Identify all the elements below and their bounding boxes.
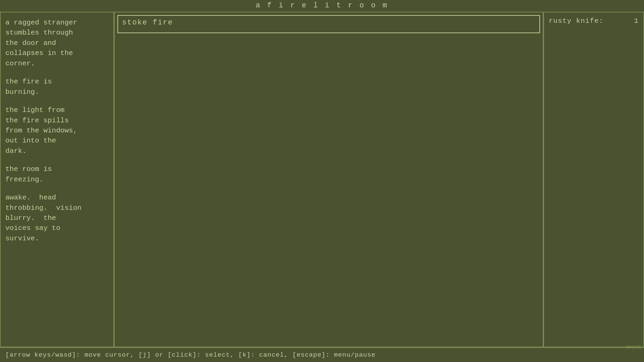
main-content: a ragged stranger stumbles through the d… [0,12,644,347]
inventory-panel: rusty knife: 1 [543,12,644,347]
item-count: 1 [634,17,639,25]
center-main-area [115,33,543,347]
narrative-paragraph-1: the fire is burning. [5,77,109,97]
inventory-item-rusty-knife: rusty knife: 1 [549,17,639,25]
narrative-paragraph-4: awake. head throbbing. vision blurry. th… [5,193,109,244]
item-name: rusty knife: [549,17,603,25]
narrative-paragraph-2: the light from the fire spills from the … [5,105,109,156]
status-bar: [arrow keys/wasd]: move cursor, [j] or [… [0,347,644,362]
command-display[interactable]: stoke fire [117,15,540,33]
narrative-panel: a ragged stranger stumbles through the d… [0,12,114,347]
watermark: 3DGAME [626,345,641,350]
narrative-paragraph-0: a ragged stranger stumbles through the d… [5,18,109,69]
narrative-paragraph-3: the room is freezing. [5,164,109,185]
center-panel: stoke fire [114,12,543,347]
game-title: a f i r e l i t r o o m [0,0,644,12]
